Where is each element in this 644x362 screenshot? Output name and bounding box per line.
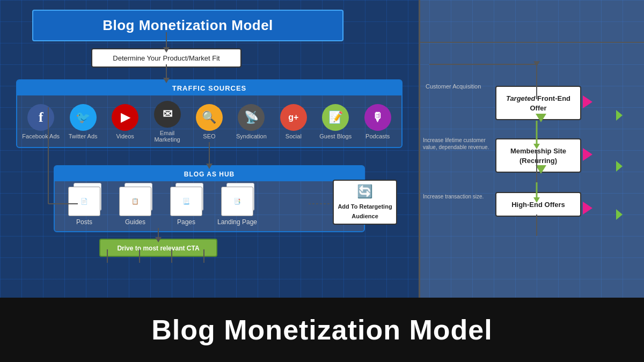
blog-hub-label: BLOG AS HUB — [184, 171, 235, 178]
guides-card: 📋 Guides — [114, 187, 157, 226]
increase-transaction-label: Increase transaction size. — [423, 193, 493, 200]
email-icon: ✉ — [154, 101, 181, 128]
blog-hub-header: BLOG AS HUB — [55, 166, 364, 181]
twitter-icon: 🐦 — [70, 104, 97, 131]
posts-card: 📄 Posts — [63, 187, 106, 226]
guest-blogs-label: Guest Blogs — [319, 133, 352, 139]
determine-label: Determine Your Product/Market Fit — [113, 54, 219, 62]
drive-cta-label: Drive to most relevant CTA — [117, 245, 199, 252]
traffic-header: TRAFFIC SOURCES — [17, 80, 401, 95]
membership-arrow — [583, 148, 592, 161]
landing-page-icon: 📑 — [221, 187, 253, 216]
podcasts-icon: 🎙 — [364, 104, 391, 131]
retarget-icon: 🔄 — [336, 184, 393, 199]
retargeting-box: 🔄 Add To Retargeting Audience — [333, 180, 397, 225]
social-label: Social — [286, 133, 302, 139]
seo-icon: 🔍 — [196, 104, 223, 131]
guides-label: Guides — [125, 218, 145, 226]
guides-icon: 📋 — [119, 187, 151, 216]
seo-label: SEO — [203, 133, 215, 139]
seo-icon-item: 🔍 SEO — [189, 104, 229, 139]
main-content: Blog Monetization Model Determine Your P… — [0, 0, 644, 362]
high-end-offers-box: High-End Offers — [495, 192, 581, 217]
syndication-label: Syndication — [236, 133, 267, 139]
targeted-offer-arrow — [583, 95, 592, 108]
facebook-label: Facebook Ads — [22, 133, 60, 139]
twitter-label: Twitter Ads — [69, 133, 98, 139]
bottom-bar-title: Blog Monetization Model — [151, 314, 492, 346]
podcasts-label: Podcasts — [365, 133, 390, 139]
facebook-icon: f — [27, 104, 54, 131]
twitter-icon-item: 🐦 Twitter Ads — [63, 104, 103, 139]
landing-page-card: 📑 Landing Page — [216, 187, 259, 226]
main-title: Blog Monetization Model — [103, 17, 273, 33]
customer-acquisition-label: Customer Acquisition — [426, 83, 490, 90]
videos-icon-item: ▶ Videos — [105, 104, 145, 139]
email-label: Email Marketing — [147, 130, 187, 143]
bottom-bar: Blog Monetization Model — [0, 298, 644, 362]
syndication-icon-item: 📡 Syndication — [231, 104, 272, 139]
green-down-arrow-2 — [536, 114, 546, 122]
retargeting-label: Add To Retargeting Audience — [338, 203, 392, 219]
high-end-arrow — [583, 202, 592, 215]
posts-icon: 📄 — [68, 187, 100, 216]
determine-box: Determine Your Product/Market Fit — [91, 48, 241, 68]
guest-blogs-icon-item: 📝 Guest Blogs — [316, 104, 356, 139]
syndication-icon: 📡 — [238, 104, 265, 131]
traffic-header-label: TRAFFIC SOURCES — [172, 84, 247, 92]
landing-page-label: Landing Page — [217, 218, 257, 226]
social-icon: g+ — [280, 104, 307, 131]
social-icon-item: g+ Social — [273, 104, 313, 139]
drive-cta-box: Drive to most relevant CTA — [99, 239, 217, 257]
blog-hub-box: BLOG AS HUB 📄 Posts 📋 Guides 📃 Pages — [54, 165, 365, 232]
posts-label: Posts — [76, 218, 92, 226]
videos-icon: ▶ — [112, 104, 138, 131]
increase-lifetime-label: Increase lifetime customer value, depend… — [423, 137, 493, 151]
podcasts-icon-item: 🎙 Podcasts — [357, 104, 398, 139]
pages-label: Pages — [177, 218, 195, 226]
right-panel-top-line — [420, 42, 644, 43]
blog-hub-content: 📄 Posts 📋 Guides 📃 Pages 📑 — [55, 181, 364, 231]
traffic-sources-box: TRAFFIC SOURCES f Facebook Ads 🐦 Twitter… — [16, 79, 402, 148]
main-title-box: Blog Monetization Model — [32, 10, 343, 41]
guest-blogs-icon: 📝 — [322, 104, 349, 131]
pages-icon: 📃 — [170, 187, 202, 216]
green-down-arrow-1 — [536, 165, 546, 174]
traffic-icons-row: f Facebook Ads 🐦 Twitter Ads ▶ Videos ✉ — [17, 95, 401, 147]
right-panel: Customer Acquisition Targeted Front-End … — [419, 0, 644, 300]
pages-card: 📃 Pages — [165, 187, 208, 226]
email-icon-item: ✉ Email Marketing — [147, 101, 187, 143]
videos-label: Videos — [116, 133, 134, 139]
facebook-icon-item: f Facebook Ads — [21, 104, 61, 139]
